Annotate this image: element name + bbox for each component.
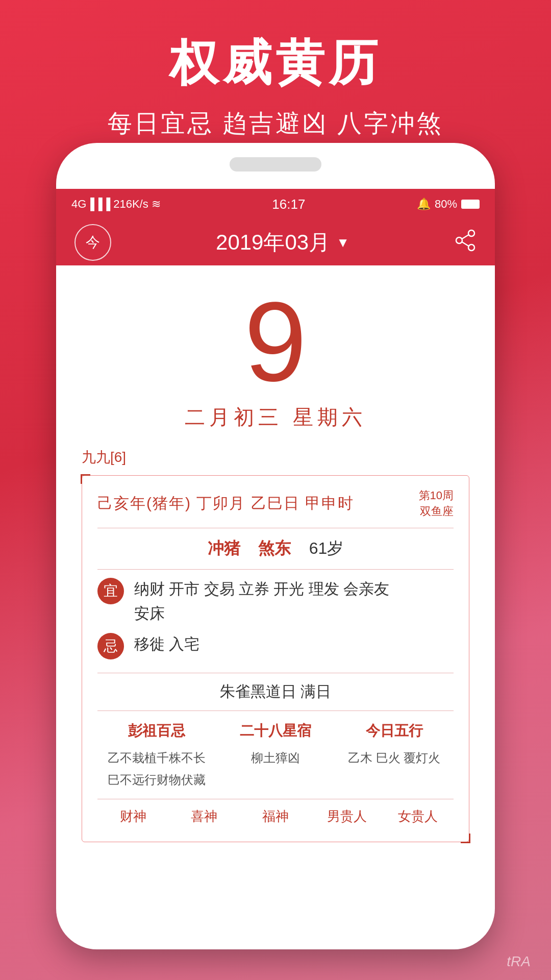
dropdown-arrow-icon: ▼ bbox=[336, 235, 349, 251]
chong-text: 冲猪 bbox=[208, 539, 240, 557]
today-button[interactable]: 今 bbox=[74, 224, 111, 261]
status-left: 4G▐▐▐ 216K/s ≋ bbox=[71, 198, 161, 211]
app-header: 权威黄历 每日宜忌 趋吉避凶 八字冲煞 bbox=[0, 0, 551, 155]
pengzu-section: 彭祖百忌 乙不栽植千株不长巳不远行财物伏藏 bbox=[97, 721, 216, 791]
footer-label-4: 男贵人 bbox=[311, 807, 383, 825]
footer-label-3: 福神 bbox=[240, 807, 311, 825]
svg-point-0 bbox=[468, 230, 474, 236]
svg-point-2 bbox=[456, 237, 462, 243]
footer-label-1: 财神 bbox=[97, 807, 169, 825]
calendar-info: 九九[6] 己亥年(猪年) 丁卯月 乙巳日 甲申时 第10周 双鱼座 冲猪 煞东… bbox=[56, 442, 495, 842]
share-button[interactable] bbox=[454, 229, 477, 256]
status-time: 16:17 bbox=[272, 197, 305, 212]
battery-icon bbox=[461, 200, 480, 209]
phone-speaker bbox=[230, 157, 321, 172]
yi-badge: 宜 bbox=[97, 578, 124, 604]
week-zodiac: 第10周 双鱼座 bbox=[419, 488, 454, 520]
app-subtitle: 每日宜忌 趋吉避凶 八字冲煞 bbox=[0, 107, 551, 140]
chong-row: 冲猪 煞东 61岁 bbox=[97, 528, 454, 570]
ji-badge: 忌 bbox=[97, 633, 124, 659]
status-right: 🔔 80% bbox=[417, 198, 480, 211]
yi-ji-section: 宜 纳财 开市 交易 立券 开光 理发 会亲友安床 忌 移徙 入宅 bbox=[97, 570, 454, 673]
pengzu-content: 乙不栽植千株不长巳不远行财物伏藏 bbox=[97, 747, 216, 791]
star28-content: 柳土獐凶 bbox=[216, 747, 335, 769]
date-display: 9 二月初三 星期六 bbox=[56, 265, 495, 442]
lunar-date: 二月初三 星期六 bbox=[56, 403, 495, 431]
zodiac-info: 双鱼座 bbox=[420, 505, 454, 518]
pengzu-title: 彭祖百忌 bbox=[97, 721, 216, 741]
ji-label: 忌 bbox=[104, 636, 118, 656]
yi-content: 纳财 开市 交易 立券 开光 理发 会亲友安床 bbox=[134, 577, 454, 626]
ganzhi-row: 己亥年(猪年) 丁卯月 乙巳日 甲申时 第10周 双鱼座 bbox=[97, 488, 454, 528]
footer-label-2: 喜神 bbox=[169, 807, 240, 825]
battery-text: 80% bbox=[435, 198, 457, 211]
ganzhi-text: 己亥年(猪年) 丁卯月 乙巳日 甲申时 bbox=[97, 493, 354, 514]
svg-line-4 bbox=[462, 242, 468, 246]
wuxing-title: 今日五行 bbox=[335, 721, 454, 741]
ji-row: 忌 移徙 入宅 bbox=[97, 632, 454, 659]
status-bar: 4G▐▐▐ 216K/s ≋ 16:17 🔔 80% bbox=[56, 189, 495, 219]
info-card: 己亥年(猪年) 丁卯月 乙巳日 甲申时 第10周 双鱼座 冲猪 煞东 61岁 宜 bbox=[82, 475, 469, 842]
special-day: 朱雀黑道日 满日 bbox=[97, 673, 454, 711]
today-label: 今 bbox=[86, 233, 100, 252]
wuxing-content: 乙木 巳火 覆灯火 bbox=[335, 747, 454, 769]
period-label: 九九[6] bbox=[82, 442, 469, 473]
svg-point-1 bbox=[468, 244, 474, 251]
wuxing-section: 今日五行 乙木 巳火 覆灯火 bbox=[335, 721, 454, 791]
footer-labels: 财神 喜神 福神 男贵人 女贵人 bbox=[97, 799, 454, 829]
star28-title: 二十八星宿 bbox=[216, 721, 335, 741]
footer-label-5: 女贵人 bbox=[382, 807, 454, 825]
week-info: 第10周 bbox=[419, 489, 454, 502]
yi-row: 宜 纳财 开市 交易 立券 开光 理发 会亲友安床 bbox=[97, 577, 454, 626]
ji-content: 移徙 入宅 bbox=[134, 632, 454, 656]
star28-section: 二十八星宿 柳土獐凶 bbox=[216, 721, 335, 791]
three-col-section: 彭祖百忌 乙不栽植千株不长巳不远行财物伏藏 二十八星宿 柳土獐凶 今日五行 乙木… bbox=[97, 711, 454, 799]
phone-mockup: 4G▐▐▐ 216K/s ≋ 16:17 🔔 80% 今 2019年03月 ▼ bbox=[56, 143, 495, 949]
yi-label: 宜 bbox=[104, 581, 118, 601]
signal-text: 4G▐▐▐ 216K/s ≋ bbox=[71, 198, 161, 211]
svg-line-3 bbox=[462, 235, 468, 239]
age-text: 61岁 bbox=[309, 539, 344, 557]
day-number: 9 bbox=[56, 286, 495, 398]
sha-text: 煞东 bbox=[258, 539, 291, 557]
watermark: tRA bbox=[507, 953, 531, 970]
app-title: 权威黄历 bbox=[0, 31, 551, 97]
alarm-icon: 🔔 bbox=[417, 198, 431, 211]
month-title-text: 2019年03月 bbox=[216, 228, 330, 257]
nav-title[interactable]: 2019年03月 ▼ bbox=[216, 228, 349, 257]
nav-bar: 今 2019年03月 ▼ bbox=[56, 219, 495, 265]
